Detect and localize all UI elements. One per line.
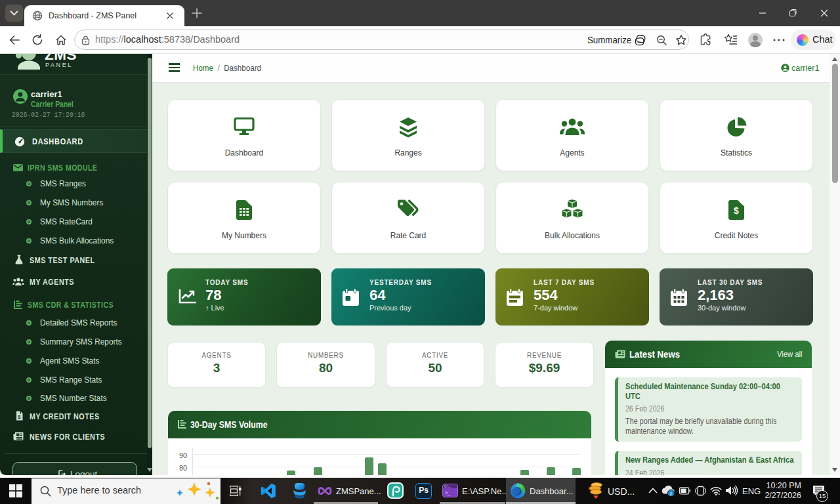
svg-text:$: $ — [734, 205, 739, 216]
svg-text:$: $ — [18, 414, 21, 420]
